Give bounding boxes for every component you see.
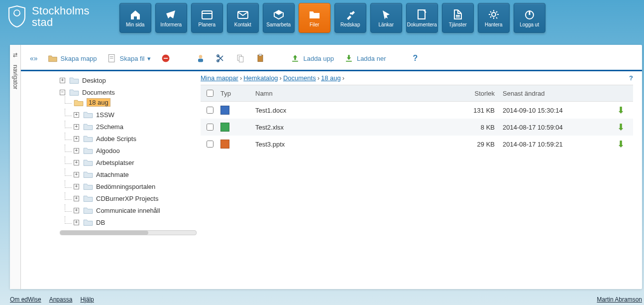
create-folder-button[interactable]: Skapa mapp: [48, 53, 97, 63]
list-help-button[interactable]: ?: [629, 74, 633, 82]
tree-node-desktop[interactable]: + Desktop: [60, 76, 197, 84]
breadcrumb-separator: ›: [240, 74, 242, 82]
expand-icon[interactable]: +: [74, 112, 79, 118]
tree-node[interactable]: +DB: [74, 218, 197, 226]
file-modified: 2014-08-17 10:59:04: [499, 119, 608, 136]
nav-label: Kontakt: [234, 22, 251, 27]
copy-button[interactable]: [235, 53, 245, 63]
tree-node[interactable]: +2Schema: [74, 123, 197, 131]
create-folder-label: Skapa mapp: [61, 55, 97, 62]
expand-icon[interactable]: +: [74, 220, 79, 225]
col-name[interactable]: Namn: [251, 85, 439, 102]
file-modified: 2014-08-17 10:59:21: [499, 136, 608, 152]
expand-icon[interactable]: +: [74, 124, 79, 130]
nav-informera[interactable]: Informera: [155, 3, 187, 33]
navigator-tab[interactable]: ⇄ navigator: [10, 45, 21, 289]
tree-node[interactable]: +Attachmate: [74, 170, 197, 178]
row-checkbox[interactable]: [207, 124, 214, 131]
delete-button[interactable]: [161, 53, 171, 63]
cut-button[interactable]: [215, 53, 225, 63]
upload-button[interactable]: Ladda upp: [290, 53, 333, 63]
folder-icon: [83, 123, 93, 131]
app-header: Stockholms stad Min sidaInformeraPlanera…: [0, 0, 644, 39]
breadcrumb-link[interactable]: Documents: [283, 74, 316, 82]
col-size[interactable]: Storlek: [439, 85, 499, 102]
svg-rect-1: [202, 11, 212, 19]
tree-label: 1SSW: [96, 111, 114, 119]
nav-filer[interactable]: Filer: [299, 3, 330, 33]
file-row[interactable]: Test3.pptx29 KB2014-08-17 10:59:21⬇: [201, 136, 633, 152]
nav-tjanster[interactable]: Tjänster: [442, 3, 474, 33]
logga-ut-icon: [523, 8, 536, 20]
file-row[interactable]: Test2.xlsx8 KB2014-08-17 10:59:04⬇: [201, 119, 633, 136]
nav-label: Informera: [160, 22, 182, 27]
svg-rect-5: [418, 10, 425, 19]
col-type[interactable]: Typ: [216, 85, 251, 102]
row-download-button[interactable]: ⬇: [617, 139, 625, 149]
footer-user-link[interactable]: Martin Abramson: [597, 296, 642, 303]
row-checkbox[interactable]: [207, 141, 214, 148]
file-size: 131 KB: [439, 102, 499, 119]
nav-min-sida[interactable]: Min sida: [119, 3, 151, 33]
nav-planera[interactable]: Planera: [191, 3, 223, 33]
nav-lankar[interactable]: Länkar: [370, 3, 402, 33]
tree-node-documents[interactable]: − Documents: [60, 88, 197, 96]
nav-label: Länkar: [378, 22, 394, 27]
breadcrumb-link[interactable]: Hemkatalog: [243, 74, 278, 82]
expand-icon[interactable]: +: [74, 208, 79, 213]
expand-icon[interactable]: +: [74, 136, 79, 142]
paste-button[interactable]: [255, 53, 265, 63]
tree-hscrollbar[interactable]: [60, 230, 197, 235]
file-toolbar: «» Skapa mapp Skapa fil ▾: [30, 51, 633, 66]
tree-node[interactable]: +Communicate innehåll: [74, 206, 197, 214]
create-file-button[interactable]: Skapa fil ▾: [107, 53, 151, 63]
kontakt-icon: [236, 8, 249, 20]
breadcrumb-separator: ›: [318, 74, 320, 82]
expand-icon[interactable]: +: [60, 78, 65, 83]
col-check[interactable]: [201, 85, 216, 102]
nav-redskap[interactable]: Redskap: [334, 3, 366, 33]
toolbar-chevrons[interactable]: «»: [30, 54, 38, 62]
footer-link[interactable]: Anpassa: [49, 296, 73, 303]
planera-icon: [201, 8, 214, 20]
expand-icon[interactable]: +: [74, 148, 79, 153]
breadcrumb-link[interactable]: 18 aug: [321, 74, 341, 82]
nav-logga-ut[interactable]: Logga ut: [514, 3, 545, 33]
collapse-icon[interactable]: −: [60, 90, 65, 95]
user-button[interactable]: [196, 53, 206, 63]
breadcrumb-link[interactable]: Mina mappar: [201, 74, 238, 82]
expand-icon[interactable]: +: [74, 160, 79, 165]
select-all-checkbox[interactable]: [207, 90, 214, 97]
nav-dokumentera[interactable]: Dokumentera: [406, 3, 438, 33]
file-new-icon: [107, 53, 117, 63]
file-name: Test1.docx: [251, 102, 439, 119]
file-row[interactable]: Test1.docx131 KB2014-09-10 15:30:14⬇: [201, 102, 633, 119]
tree-node[interactable]: +CDBurnerXP Projects: [74, 194, 197, 202]
download-label: Ladda ner: [357, 55, 386, 62]
expand-icon[interactable]: +: [74, 196, 79, 201]
file-list-pane: Mina mappar›Hemkatalog›Documents›18 aug›…: [197, 74, 633, 285]
footer-link[interactable]: Om edWise: [10, 296, 41, 303]
tree-node[interactable]: +Algodoo: [74, 147, 197, 154]
tree-node[interactable]: +Adobe Scripts: [74, 135, 197, 143]
expand-icon[interactable]: +: [74, 172, 79, 177]
expand-icon[interactable]: +: [74, 184, 79, 189]
folder-icon: [83, 158, 93, 166]
footer-link[interactable]: Hjälp: [80, 296, 94, 303]
col-mod[interactable]: Senast ändrad: [499, 85, 608, 102]
svg-point-6: [492, 12, 496, 16]
tree-node[interactable]: +Bedömningsportalen: [74, 182, 197, 190]
nav-hantera[interactable]: Hantera: [478, 3, 510, 33]
nav-kontakt[interactable]: Kontakt: [227, 3, 259, 33]
row-download-button[interactable]: ⬇: [617, 122, 625, 132]
nav-samarbeta[interactable]: Samarbeta: [263, 3, 295, 33]
folder-tree-pane: + Desktop − Documents 18 aug+1SSW: [30, 74, 197, 285]
tree-node[interactable]: +1SSW: [74, 111, 197, 119]
row-checkbox[interactable]: [207, 107, 214, 114]
lankar-icon: [380, 8, 393, 20]
row-download-button[interactable]: ⬇: [617, 105, 625, 115]
toolbar-help-button[interactable]: ?: [413, 54, 418, 63]
tree-node[interactable]: 18 aug: [74, 98, 197, 107]
tree-node[interactable]: +Arbetsplatser: [74, 158, 197, 166]
download-button[interactable]: Ladda ner: [344, 53, 386, 63]
